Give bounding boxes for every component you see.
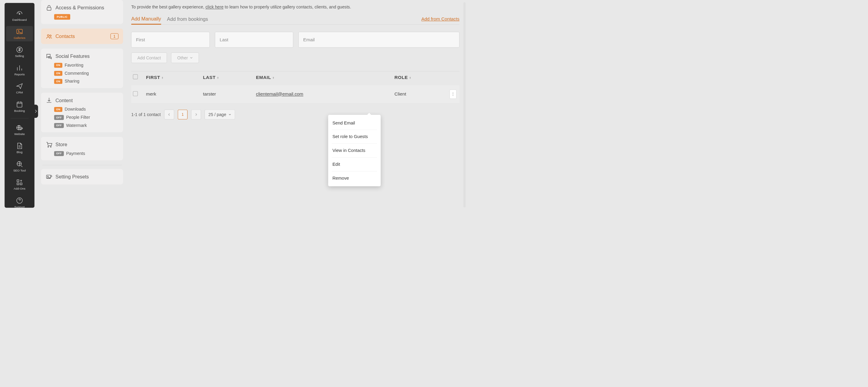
settings-social[interactable]: Social Features ONFavoriting ONCommentin… — [41, 49, 123, 88]
add-from-contacts-link[interactable]: Add from Contacts — [421, 16, 459, 24]
row-actions-button[interactable]: ⋮ — [450, 90, 457, 98]
pager-prev[interactable] — [164, 110, 174, 120]
nav-label: SEO Tool — [13, 169, 26, 172]
pager-row: 1-1 of 1 contact 1 25 / page — [131, 110, 460, 120]
nav-blog[interactable]: Blog — [4, 141, 34, 156]
nav-addons[interactable]: Add-Ons — [4, 177, 34, 192]
first-name-input[interactable] — [131, 32, 210, 48]
chat-icon — [45, 53, 53, 60]
nav-label: Selling — [15, 55, 24, 58]
toggle-label: Payments — [66, 151, 85, 156]
toggle-downloads[interactable]: ONDownloads — [54, 107, 119, 112]
dollar-icon — [16, 46, 23, 53]
grid-plus-icon — [16, 178, 23, 186]
menu-edit[interactable]: Edit — [332, 158, 377, 172]
nav-website[interactable]: Website — [4, 122, 34, 138]
scrollbar[interactable] — [463, 2, 466, 208]
toggle-payments[interactable]: OFFPayments — [54, 151, 119, 156]
public-badge: PUBLIC — [54, 14, 70, 20]
nav-rail: Dashboard Galleries Selling Reports CRM … — [4, 3, 34, 208]
col-label: EMAIL — [256, 75, 271, 80]
svg-rect-7 — [17, 180, 19, 181]
email-input[interactable] — [299, 32, 459, 48]
settings-column: Access & Permissions PUBLIC Contacts 1 S… — [38, 0, 126, 211]
add-contact-button[interactable]: Add Contact — [131, 53, 167, 63]
cell-last: tarster — [201, 85, 254, 103]
nav-crm[interactable]: CRM — [4, 81, 34, 96]
cell-email-link[interactable]: clientemail@email.com — [256, 92, 303, 97]
toggle-sharing[interactable]: ONSharing — [54, 79, 119, 84]
settings-access[interactable]: Access & Permissions PUBLIC — [41, 0, 123, 24]
menu-send-email[interactable]: Send Email — [332, 116, 377, 130]
select-all-checkbox[interactable] — [133, 75, 138, 79]
nav-divider — [10, 118, 28, 118]
nav-seo[interactable]: SEO Tool — [4, 158, 34, 174]
toggle-label: Commenting — [64, 71, 89, 76]
intro-suffix: to learn how to properly utilize gallery… — [224, 4, 351, 9]
toggle-watermark[interactable]: OFFWatermark — [54, 123, 119, 128]
cell-first: merk — [144, 85, 201, 103]
settings-presets[interactable]: Setting Presets — [41, 169, 123, 184]
cart-icon — [45, 141, 53, 148]
last-name-input[interactable] — [215, 32, 293, 48]
nav-expand-handle[interactable] — [33, 105, 38, 118]
button-row: Add Contact Other — [131, 53, 460, 63]
tab-add-from-bookings[interactable]: Add from bookings — [167, 16, 208, 24]
per-page-select[interactable]: 25 / page — [205, 110, 235, 120]
nav-support[interactable]: Support — [4, 195, 34, 210]
pill-on: ON — [54, 79, 62, 84]
sort-icon: ▲▼ — [273, 76, 275, 79]
settings-contacts[interactable]: Contacts 1 — [41, 29, 123, 44]
chevron-right-icon — [35, 110, 37, 113]
menu-remove[interactable]: Remove — [332, 171, 377, 185]
pager-page-1[interactable]: 1 — [178, 110, 188, 120]
menu-view-contacts[interactable]: View in Contacts — [332, 144, 377, 158]
tabs-row: Add Manually Add from bookings Add from … — [131, 16, 460, 25]
nav-label: Support — [14, 205, 25, 209]
intro-text: To provide the best gallery experience, … — [131, 4, 460, 10]
image-icon — [16, 28, 23, 35]
intro-link[interactable]: click here — [206, 4, 224, 9]
toggle-favoriting[interactable]: ONFavoriting — [54, 63, 119, 68]
table-row: merk tarster clientemail@email.com Clien… — [131, 85, 460, 103]
toggle-label: Favoriting — [64, 63, 83, 68]
contacts-table: FIRST▲▼ LAST▲▼ EMAIL▲▼ ROLE▲▼ merk tarst… — [131, 71, 460, 103]
menu-set-role[interactable]: Set role to Guests — [332, 130, 377, 144]
nav-galleries[interactable]: Galleries — [6, 26, 33, 41]
nav-dashboard[interactable]: Dashboard — [4, 8, 34, 23]
col-role[interactable]: ROLE▲▼ — [393, 71, 448, 86]
chevron-down-icon — [190, 57, 193, 59]
nav-label: Reports — [14, 72, 25, 76]
tab-add-manually[interactable]: Add Manually — [131, 16, 161, 25]
download-icon — [45, 97, 53, 104]
toggle-people-filter[interactable]: OFFPeople Filter — [54, 115, 119, 120]
bars-icon — [16, 64, 23, 72]
pager-next[interactable] — [191, 110, 201, 120]
nav-booking[interactable]: Booking — [4, 99, 34, 114]
pill-off: OFF — [54, 123, 64, 128]
other-dropdown-button[interactable]: Other — [171, 53, 199, 63]
settings-content[interactable]: Content ONDownloads OFFPeople Filter OFF… — [41, 93, 123, 132]
svg-point-17 — [48, 176, 49, 177]
col-last[interactable]: LAST▲▼ — [201, 71, 254, 86]
col-email[interactable]: EMAIL▲▼ — [254, 71, 393, 86]
col-label: LAST — [203, 75, 216, 80]
toggle-commenting[interactable]: ONCommenting — [54, 71, 119, 76]
row-checkbox[interactable] — [133, 91, 138, 96]
settings-title: Social Features — [56, 53, 90, 59]
settings-store[interactable]: Store OFFPayments — [41, 137, 123, 160]
nav-selling[interactable]: Selling — [4, 44, 34, 60]
nav-reports[interactable]: Reports — [4, 62, 34, 78]
gauge-icon — [16, 10, 23, 17]
svg-point-13 — [50, 35, 51, 36]
cell-role: Client — [393, 85, 448, 103]
intro-prefix: To provide the best gallery experience, — [131, 4, 206, 9]
send-icon — [16, 82, 23, 90]
input-row — [131, 32, 460, 48]
help-icon — [16, 197, 23, 204]
pill-on: ON — [54, 71, 62, 76]
nav-label: Website — [14, 132, 25, 136]
col-first[interactable]: FIRST▲▼ — [144, 71, 201, 86]
col-label: FIRST — [146, 75, 160, 80]
svg-rect-8 — [17, 183, 19, 185]
